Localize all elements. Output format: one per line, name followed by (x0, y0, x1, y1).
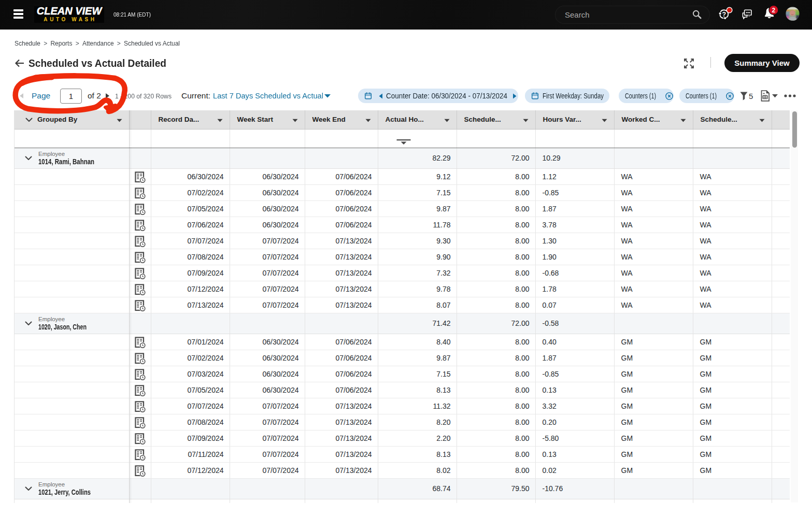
filter-cell[interactable] (772, 129, 790, 148)
timecard-icon[interactable] (135, 300, 146, 312)
timecard-icon[interactable] (135, 284, 146, 296)
timecard-icon[interactable] (135, 188, 146, 199)
first-weekday-pill[interactable]: First Weekday: Sunday (525, 89, 609, 103)
remove-filter-icon[interactable] (665, 92, 673, 100)
cell-week-end: 07/06/2024 (305, 200, 378, 217)
cell-hours-variance: -0.85 (535, 366, 614, 382)
cell-record-date: 07/07/2024 (151, 233, 230, 249)
filter-cell[interactable] (305, 129, 378, 148)
next-page-arrow[interactable] (105, 89, 110, 103)
current-dropdown-caret[interactable] (324, 89, 331, 103)
hamburger-menu-icon[interactable] (13, 9, 23, 20)
data-row[interactable]: 07/12/202407/07/202407/13/20248.028.000.… (14, 462, 790, 478)
timecard-icon[interactable] (135, 204, 146, 216)
breadcrumb-item-schedule[interactable]: Schedule (15, 39, 40, 47)
remove-filter-icon[interactable] (726, 92, 734, 100)
filter-cell[interactable] (14, 129, 129, 148)
breadcrumb-item-reports[interactable]: Reports (50, 39, 72, 47)
data-row[interactable]: 07/06/202406/30/202407/06/202411.788.003… (14, 217, 790, 233)
data-row[interactable]: 07/03/202406/30/202407/06/20247.158.00-0… (14, 366, 790, 382)
filter-cell[interactable] (151, 129, 230, 148)
date-next-arrow[interactable] (512, 93, 517, 99)
more-options-button[interactable] (783, 89, 796, 103)
data-row[interactable]: 07/08/202407/07/202407/13/20249.908.001.… (14, 249, 790, 265)
group-row[interactable]: Employee1020, Jason, Chen71.4272.00-0.58 (14, 313, 790, 334)
timecard-icon[interactable] (135, 337, 146, 349)
column-header-9[interactable]: Schedule... (693, 110, 772, 129)
cell-schedule-code: GM (693, 462, 772, 478)
group-scheduled-total: 79.50 (457, 478, 535, 499)
timecard-icon[interactable] (135, 417, 146, 429)
user-avatar[interactable] (786, 7, 800, 21)
timecard-icon[interactable] (135, 369, 146, 381)
data-row[interactable]: 07/01/202406/30/202407/06/20248.408.000.… (14, 334, 790, 350)
filter-cell[interactable] (230, 129, 305, 148)
column-header-6[interactable]: Schedule... (457, 110, 535, 129)
data-row[interactable]: 07/05/202406/30/202407/06/20249.878.001.… (14, 200, 790, 217)
column-header-grouped-by[interactable]: Grouped By (14, 110, 129, 129)
timecard-icon[interactable] (135, 252, 146, 264)
filter-button[interactable]: 5 (740, 89, 753, 103)
column-header-8[interactable]: Worked C... (614, 110, 693, 129)
column-header-7[interactable]: Hours Var... (535, 110, 614, 129)
vertical-scrollbar[interactable] (791, 110, 798, 502)
counter-date-pill[interactable]: Counter Date: 06/30/2024 - 07/13/2024 (358, 89, 518, 103)
page-number-input[interactable] (60, 89, 82, 104)
data-row[interactable]: 07/08/202407/07/202407/13/20248.208.000.… (14, 414, 790, 430)
data-row[interactable]: 07/11/202407/07/202407/13/20248.138.000.… (14, 446, 790, 462)
filter-cell[interactable] (614, 129, 693, 148)
timecard-icon[interactable] (135, 171, 146, 183)
back-arrow-button[interactable] (15, 58, 25, 68)
timecard-icon[interactable] (135, 220, 146, 232)
column-header-4[interactable]: Week End (305, 110, 378, 129)
column-header-2[interactable]: Record Da... (151, 110, 230, 129)
timecard-icon[interactable] (135, 433, 146, 445)
previous-page-arrow[interactable] (19, 89, 24, 103)
timecard-icon[interactable] (135, 449, 146, 461)
counters-filter-pill-1[interactable]: Counters (1) (619, 89, 674, 103)
filter-cell[interactable] (693, 129, 772, 148)
timecard-icon[interactable] (135, 268, 146, 280)
timecard-icon[interactable] (135, 385, 146, 397)
group-row[interactable]: Employee1021, Jerry, Collins68.7479.50-1… (14, 478, 790, 499)
timecard-icon[interactable] (135, 353, 146, 365)
timecard-icon[interactable] (135, 236, 146, 248)
search-icon[interactable] (691, 7, 703, 20)
date-prev-arrow[interactable] (379, 93, 383, 99)
column-header-5[interactable]: Actual Ho... (378, 110, 457, 129)
search-input[interactable]: Search (555, 6, 710, 24)
breadcrumb: Schedule>Reports>Attendance>Scheduled vs… (15, 39, 180, 47)
notifications-bell-icon[interactable]: 2 (761, 4, 781, 21)
export-dropdown-caret[interactable] (772, 94, 778, 98)
data-row[interactable]: 07/09/202407/07/202407/13/20242.208.00-5… (14, 430, 790, 446)
current-report-dropdown[interactable]: Last 7 Days Scheduled vs Actual (213, 89, 330, 103)
breadcrumb-item-attendance[interactable]: Attendance (82, 39, 114, 47)
export-button[interactable] (761, 89, 778, 103)
column-header-3[interactable]: Week Start (230, 110, 305, 129)
scrollbar-thumb[interactable] (792, 111, 797, 148)
data-row[interactable]: 07/05/202406/30/202407/06/20248.138.000.… (14, 382, 790, 398)
filter-cell[interactable] (129, 129, 151, 148)
data-row[interactable]: 06/30/202406/30/202407/06/20249.128.001.… (14, 168, 790, 184)
aggregate-selector-icon[interactable] (396, 139, 411, 146)
counters-filter-pill-2[interactable]: Counters (1) (679, 89, 734, 103)
filter-cell[interactable] (535, 129, 614, 148)
expand-fullscreen-icon[interactable] (684, 59, 694, 68)
timecard-icon[interactable] (135, 465, 146, 477)
filter-cell-actual[interactable] (378, 129, 457, 148)
data-row[interactable]: 07/02/202406/30/202407/06/20249.878.001.… (14, 350, 790, 366)
data-row[interactable]: 07/07/202407/07/202407/13/20249.308.001.… (14, 233, 790, 249)
data-row[interactable]: 07/13/202407/07/202407/13/20248.078.000.… (14, 297, 790, 313)
summary-view-button[interactable]: Summary View (724, 54, 800, 72)
chat-icon[interactable] (740, 8, 753, 20)
timecard-icon[interactable] (135, 401, 146, 413)
help-icon[interactable]: ? (716, 3, 734, 24)
data-row[interactable]: 07/02/202406/30/202407/06/20247.158.00-0… (14, 184, 790, 200)
breadcrumb-wrap: Schedule>Reports>Attendance>Scheduled vs… (15, 38, 201, 48)
data-row[interactable]: 07/07/202407/07/202407/13/202411.328.003… (14, 398, 790, 414)
group-row[interactable]: Employee1014, Rami, Bahnan82.2972.0010.2… (14, 148, 790, 168)
data-row[interactable]: 07/12/202407/07/202407/13/20249.788.001.… (14, 281, 790, 297)
filter-cell[interactable] (457, 129, 535, 148)
cell-week-start: 06/30/2024 (230, 350, 305, 366)
data-row[interactable]: 07/09/202407/07/202407/13/20247.328.00-0… (14, 265, 790, 281)
